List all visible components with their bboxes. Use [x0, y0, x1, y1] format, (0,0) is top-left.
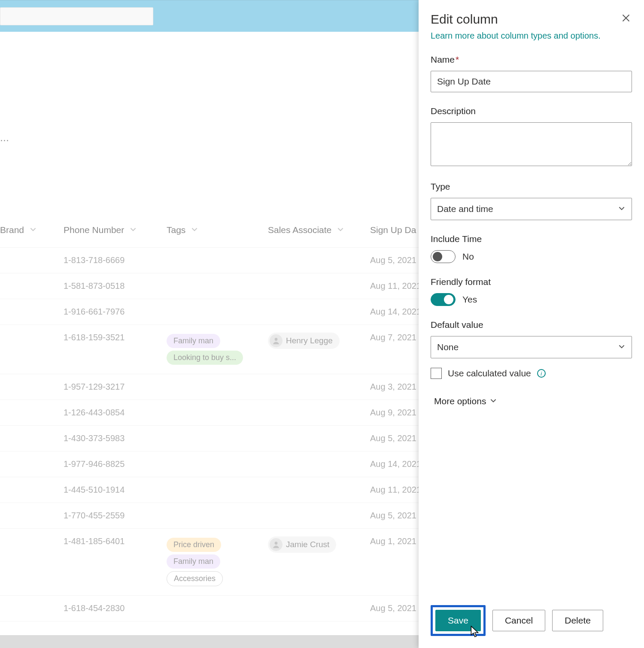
tag-pill[interactable]: Price driven — [167, 538, 221, 552]
include-time-no-label: No — [462, 251, 474, 262]
column-header-associate[interactable]: Sales Associate — [268, 220, 370, 248]
table-row[interactable]: 1-445-510-1914Aug 11, 2021 — [0, 477, 422, 503]
description-textarea[interactable] — [431, 122, 632, 166]
friendly-format-label: Friendly format — [431, 277, 632, 287]
date-cell: Aug 9, 2021 — [370, 400, 422, 426]
tag-pill[interactable]: Accessories — [167, 571, 223, 586]
associate-cell — [268, 503, 370, 529]
column-header-label: Phone Number — [64, 225, 124, 235]
date-cell: Aug 1, 2021 — [370, 529, 422, 596]
date-cell: Aug 5, 2021 — [370, 596, 422, 621]
tags-cell: Family manLooking to buy s... — [167, 325, 268, 374]
truncated-row-indicator: ... — [0, 131, 419, 144]
associate-name: Henry Legge — [286, 336, 333, 345]
associate-cell — [268, 248, 370, 273]
tags-cell — [167, 273, 268, 299]
column-header-label: Tags — [167, 225, 185, 235]
more-options-toggle[interactable]: More options — [431, 396, 632, 406]
tag-pill[interactable]: Family man — [167, 554, 220, 569]
associate-chip[interactable]: Jamie Crust — [268, 536, 336, 553]
learn-more-link[interactable]: Learn more about column types and option… — [431, 31, 601, 41]
svg-point-0 — [275, 338, 278, 341]
table-row[interactable]: 1-126-443-0854Aug 9, 2021 — [0, 400, 422, 426]
chevron-down-icon — [618, 342, 626, 352]
person-icon — [270, 538, 283, 551]
associate-cell: Jamie Crust — [268, 529, 370, 596]
close-icon — [622, 14, 630, 22]
tag-pill[interactable]: Family man — [167, 334, 220, 348]
default-value-text: None — [437, 342, 459, 352]
include-time-label: Include Time — [431, 234, 632, 244]
associate-cell — [268, 400, 370, 426]
table-row[interactable]: 1-430-373-5983Aug 5, 2021 — [0, 426, 422, 451]
label-text: Name — [431, 55, 455, 64]
panel-title: Edit column — [431, 12, 498, 27]
phone-cell: 1-957-129-3217 — [64, 374, 167, 400]
include-time-toggle[interactable] — [431, 250, 456, 263]
default-value-select[interactable]: None — [431, 336, 632, 358]
close-button[interactable] — [620, 12, 632, 24]
phone-cell: 1-445-510-1914 — [64, 477, 167, 503]
phone-cell: 1-481-185-6401 — [64, 529, 167, 596]
tags-cell — [167, 596, 268, 621]
tags-cell — [167, 374, 268, 400]
tags-cell — [167, 477, 268, 503]
date-cell: Aug 3, 2021 — [370, 374, 422, 400]
date-cell: Aug 11, 2021 — [370, 477, 422, 503]
associate-cell: Henry Legge — [268, 325, 370, 374]
name-input[interactable] — [431, 71, 632, 92]
column-header-brand[interactable]: Brand — [0, 220, 64, 248]
associate-cell — [268, 451, 370, 477]
date-cell: Aug 7, 2021 — [370, 325, 422, 374]
type-value: Date and time — [437, 204, 493, 214]
top-app-bar — [0, 0, 419, 32]
chevron-down-icon — [191, 225, 198, 235]
friendly-format-yes-label: Yes — [462, 294, 477, 305]
date-cell: Aug 5, 2021 — [370, 248, 422, 273]
column-header-phone[interactable]: Phone Number — [64, 220, 167, 248]
associate-cell — [268, 596, 370, 621]
name-label: Name* — [431, 55, 632, 65]
phone-cell: 1-618-454-2830 — [64, 596, 167, 621]
column-header-label: Sign Up Da — [370, 225, 416, 235]
horizontal-scrollbar[interactable] — [0, 635, 419, 648]
phone-cell: 1-581-873-0518 — [64, 273, 167, 299]
tags-cell — [167, 400, 268, 426]
table-row[interactable]: 1-481-185-6401Price drivenFamily manAcce… — [0, 529, 422, 596]
associate-cell — [268, 273, 370, 299]
table-row[interactable]: 1-770-455-2559Aug 5, 2021 — [0, 503, 422, 529]
chevron-down-icon — [129, 225, 137, 235]
friendly-format-toggle[interactable] — [431, 293, 456, 306]
associate-name: Jamie Crust — [286, 540, 329, 549]
search-input[interactable] — [0, 7, 153, 25]
phone-cell: 1-813-718-6669 — [64, 248, 167, 273]
table-row[interactable]: 1-916-661-7976Aug 14, 2021 — [0, 299, 422, 325]
info-icon[interactable]: i — [537, 369, 546, 378]
person-icon — [270, 334, 283, 347]
tags-cell — [167, 299, 268, 325]
tags-cell: Price drivenFamily manAccessories — [167, 529, 268, 596]
cancel-button[interactable]: Cancel — [492, 610, 545, 631]
type-label: Type — [431, 182, 632, 192]
save-button[interactable]: Save — [435, 610, 481, 631]
associate-chip[interactable]: Henry Legge — [268, 333, 340, 349]
table-row[interactable]: 1-957-129-3217Aug 3, 2021 — [0, 374, 422, 400]
tag-pill[interactable]: Looking to buy s... — [167, 351, 243, 365]
use-calculated-checkbox[interactable] — [431, 368, 442, 379]
tags-cell — [167, 503, 268, 529]
table-row[interactable]: 1-618-454-2830Aug 5, 2021 — [0, 596, 422, 621]
table-row[interactable]: 1-977-946-8825Aug 14, 2021 — [0, 451, 422, 477]
table-row[interactable]: 1-618-159-3521Family manLooking to buy s… — [0, 325, 422, 374]
delete-button[interactable]: Delete — [552, 610, 603, 631]
column-header-label: Sales Associate — [268, 225, 331, 235]
tags-cell — [167, 451, 268, 477]
tags-cell — [167, 426, 268, 451]
save-button-highlight: Save — [431, 605, 486, 636]
table-row[interactable]: 1-813-718-6669Aug 5, 2021 — [0, 248, 422, 273]
column-header-signup[interactable]: Sign Up Da — [370, 220, 422, 248]
type-select[interactable]: Date and time — [431, 198, 632, 220]
svg-point-1 — [275, 542, 278, 545]
required-indicator: * — [456, 55, 459, 64]
column-header-tags[interactable]: Tags — [167, 220, 268, 248]
table-row[interactable]: 1-581-873-0518Aug 11, 2021 — [0, 273, 422, 299]
